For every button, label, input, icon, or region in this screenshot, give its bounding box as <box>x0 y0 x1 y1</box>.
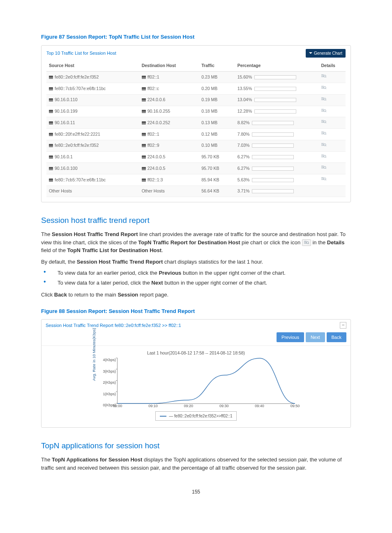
col-details: Details <box>318 60 346 72</box>
cell-details[interactable] <box>318 129 346 140</box>
svg-line-19 <box>326 111 327 112</box>
svg-line-14 <box>326 100 327 100</box>
host-icon <box>49 133 53 136</box>
host-icon <box>142 178 146 182</box>
table-row: 90.16.0.110224.0.0.60.19 MB13.04% <box>46 94 346 106</box>
panel-title: Top 10 Traffic List for Session Host <box>46 50 116 57</box>
chart-legend: — fe80::2e0:fcff:fe2e:f352>>ff02::1 <box>155 411 237 421</box>
cell-pct: 8.82% <box>235 117 319 129</box>
details-icon[interactable] <box>321 120 327 125</box>
section-session-trend-heading: Session host traffic trend report <box>41 215 351 227</box>
cell-traffic: 0.10 MB <box>199 140 235 151</box>
cell-source: 90.16.0.11 <box>46 117 139 129</box>
y-tick: 3(Kbps) <box>98 369 116 375</box>
cell-details[interactable] <box>318 72 346 83</box>
x-tick: 09:50 <box>291 403 300 409</box>
cell-details[interactable] <box>318 106 346 117</box>
host-icon <box>142 76 146 79</box>
details-icon[interactable] <box>321 177 327 182</box>
details-icon[interactable] <box>321 166 327 171</box>
svg-line-49 <box>326 180 327 181</box>
cell-dest: ff02::9 <box>139 140 199 151</box>
cell-details[interactable] <box>318 83 346 95</box>
table-row: 90.16.0.100224.0.0.595.70 KB6.27% <box>46 163 346 174</box>
generate-chart-button[interactable]: Generate Chart <box>306 49 346 58</box>
table-row: 90.16.0.1224.0.0.595.70 KB6.27% <box>46 151 346 163</box>
host-icon <box>142 121 146 125</box>
host-icon <box>142 144 146 147</box>
svg-line-4 <box>326 77 327 78</box>
line-chart: 0(Kbps)1(Kbps)2(Kbps)3(Kbps)4(Kbps)09:00… <box>117 358 295 404</box>
para-1: The Session Host Traffic Trend Report li… <box>41 230 351 255</box>
next-button[interactable]: Next <box>306 332 325 343</box>
cell-traffic: 95.70 KB <box>199 151 235 163</box>
bullet-next: To view data for a later period, click t… <box>41 279 351 287</box>
cell-traffic: 85.94 KB <box>199 174 235 186</box>
cell-source: 90.16.0.110 <box>46 94 139 106</box>
svg-line-54 <box>308 243 309 244</box>
pct-bar <box>252 167 294 171</box>
host-icon <box>49 110 53 113</box>
chevron-down-icon <box>309 52 312 54</box>
x-tick: 09:30 <box>219 403 229 409</box>
cell-pct: 7.80% <box>235 129 319 140</box>
details-icon[interactable] <box>321 155 327 160</box>
table-row: 90.16.0.11224.0.0.2520.13 MB8.82% <box>46 117 346 129</box>
table-row: 90.16.0.19990.16.0.2550.18 MB12.28% <box>46 106 346 117</box>
pct-bar <box>252 178 294 182</box>
x-tick: 09:40 <box>255 403 264 409</box>
traffic-list-panel: Top 10 Traffic List for Session Host Gen… <box>41 45 351 202</box>
cell-dest: 224.0.0.6 <box>139 94 199 106</box>
cell-traffic: 0.18 MB <box>199 106 235 117</box>
cell-source: fe80::20f:e2ff:fe22:2221 <box>46 129 139 140</box>
details-icon[interactable] <box>321 86 327 91</box>
details-icon[interactable] <box>321 143 327 148</box>
pct-bar <box>254 75 296 79</box>
cell-details[interactable] <box>318 174 346 186</box>
cell-details[interactable] <box>318 94 346 106</box>
cell-details <box>318 185 346 197</box>
details-icon[interactable] <box>321 109 327 114</box>
cell-dest: 224.0.0.5 <box>139 151 199 163</box>
col-source: Source Host <box>46 60 139 72</box>
table-row: fe80::20f:e2ff:fe22:2221ff02::10.12 MB7.… <box>46 129 346 140</box>
cell-pct: 6.27% <box>235 151 319 163</box>
back-button[interactable]: Back <box>327 332 346 343</box>
collapse-icon[interactable]: − <box>340 322 346 329</box>
svg-line-44 <box>326 168 327 169</box>
details-icon[interactable] <box>321 74 327 79</box>
pct-bar <box>254 98 296 102</box>
table-row: Other HostsOther Hosts56.64 KB3.71% <box>46 185 346 197</box>
cell-dest: ff02::1:3 <box>139 174 199 186</box>
page-number: 155 <box>41 488 351 496</box>
trend-panel-title: Session Host Traffic Trend Report fe80::… <box>46 322 181 329</box>
details-icon[interactable] <box>321 97 327 102</box>
col-pct: Percentage <box>235 60 319 72</box>
cell-dest: Other Hosts <box>139 185 199 197</box>
y-tick: 2(Kbps) <box>98 380 116 386</box>
table-row: fe80::2e0:fcff:fe2e:f352ff02::10.23 MB15… <box>46 72 346 83</box>
cell-traffic: 0.13 MB <box>199 117 235 129</box>
cell-source: fe80::2e0:fcff:fe2e:f352 <box>46 140 139 151</box>
cell-source: fe80::7cb5:707e:e6fb:11bc <box>46 174 139 186</box>
svg-line-29 <box>326 134 327 135</box>
details-icon[interactable] <box>321 132 327 137</box>
table-row: fe80::7cb5:707e:e6fb:11bcff02::1:385.94 … <box>46 174 346 186</box>
col-traffic: Traffic <box>199 60 235 72</box>
svg-line-9 <box>326 88 327 89</box>
table-row: fe80::2e0:fcff:fe2e:f352ff02::90.10 MB7.… <box>46 140 346 151</box>
cell-source: 90.16.0.100 <box>46 163 139 174</box>
cell-source: 90.16.0.1 <box>46 151 139 163</box>
figure-88-title: Figure 88 Session Report: Session Host T… <box>41 307 351 315</box>
cell-details[interactable] <box>318 163 346 174</box>
cell-details[interactable] <box>318 151 346 163</box>
previous-button[interactable]: Previous <box>277 332 304 343</box>
cell-traffic: 95.70 KB <box>199 163 235 174</box>
host-icon <box>142 155 146 159</box>
svg-line-34 <box>326 145 327 146</box>
cell-details[interactable] <box>318 117 346 129</box>
cell-pct: 3.71% <box>235 185 319 197</box>
para-3: Click Back to return to the main Session… <box>41 291 351 299</box>
x-tick: 09:00 <box>113 403 122 409</box>
cell-details[interactable] <box>318 140 346 151</box>
